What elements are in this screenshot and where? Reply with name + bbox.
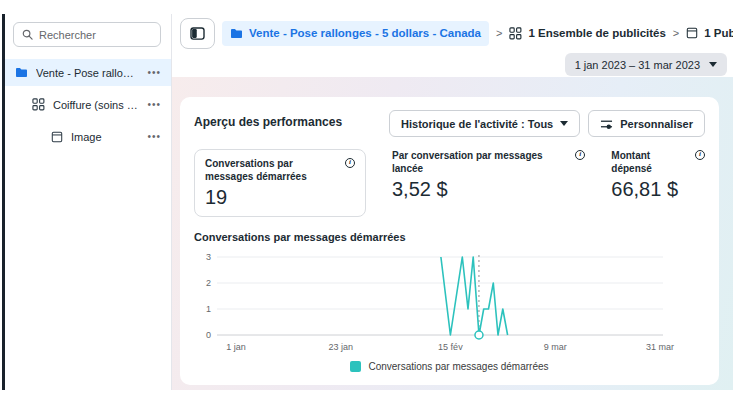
breadcrumb-toolbar: Vente - Pose rallonges - 5 dollars - Can… (172, 14, 733, 53)
performance-chart: 01231 jan23 jan15 fév9 mar31 mar (194, 247, 705, 359)
chart-container: 01231 jan23 jan15 fév9 mar31 mar (194, 247, 705, 359)
search-icon (22, 29, 33, 40)
info-icon[interactable]: i (575, 150, 585, 160)
chevron-down-icon (560, 121, 568, 126)
chart-title: Conversations par messages démarrées (194, 231, 705, 243)
content-area: Aperçu des performances Historique de l'… (172, 77, 733, 390)
campaign-sidebar: Vente - Pose rallonges - 5 d... ••• Coif… (5, 14, 172, 390)
folder-icon (15, 67, 28, 78)
customize-button[interactable]: Personnaliser (588, 110, 705, 137)
customize-label: Personnaliser (620, 118, 693, 130)
main-area: Vente - Pose rallonges - 5 dollars - Can… (172, 14, 733, 390)
metrics-row: Conversations par messages démarrées i 1… (194, 149, 705, 217)
svg-text:3: 3 (206, 252, 211, 262)
metric-value: 19 (205, 186, 355, 209)
metric-value: 3,52 $ (392, 178, 585, 201)
metric-conversations: Conversations par messages démarrées i 1… (194, 149, 366, 217)
breadcrumb-label: 1 Publicité (704, 27, 733, 39)
breadcrumb-separator: > (496, 27, 502, 39)
metric-cost-per-conversation: Par conversation par messages lancée i 3… (392, 149, 585, 201)
search-box[interactable] (13, 22, 161, 47)
svg-text:0: 0 (206, 330, 211, 340)
info-icon[interactable]: i (695, 150, 705, 160)
metric-value: 66,81 $ (611, 178, 705, 201)
item-menu-button[interactable]: ••• (147, 99, 161, 110)
performance-header: Aperçu des performances Historique de l'… (194, 110, 705, 137)
svg-text:15 fév: 15 fév (438, 342, 463, 352)
search-input[interactable] (39, 29, 152, 41)
folder-icon (230, 28, 243, 39)
customize-sliders-icon (600, 118, 613, 130)
sidebar-item-campaign[interactable]: Vente - Pose rallonges - 5 d... ••• (5, 59, 171, 86)
svg-text:1: 1 (206, 304, 211, 314)
breadcrumb-label: Vente - Pose rallonges - 5 dollars - Can… (249, 27, 481, 39)
sidebar-item-label: Image (71, 131, 102, 143)
ad-frame-icon (51, 131, 63, 143)
breadcrumb-label: 1 Ensemble de publicités (528, 27, 665, 39)
svg-text:31 mar: 31 mar (646, 342, 674, 352)
sidebar-item-ad[interactable]: Image ••• (5, 123, 171, 150)
info-icon[interactable]: i (345, 158, 355, 168)
svg-text:9 mar: 9 mar (544, 342, 567, 352)
item-menu-button[interactable]: ••• (147, 131, 161, 142)
adset-grid-icon (509, 27, 522, 40)
svg-text:23 jan: 23 jan (329, 342, 354, 352)
breadcrumb-adset[interactable]: 1 Ensemble de publicités (509, 27, 665, 40)
collapse-sidebar-button[interactable] (180, 18, 215, 49)
sidebar-item-adset[interactable]: Coiffure (soins capillaires) ••• (5, 91, 171, 118)
svg-text:1 jan: 1 jan (226, 342, 246, 352)
legend-swatch (350, 361, 361, 372)
chart-legend: Conversations par messages démarrées (194, 361, 705, 372)
activity-history-button[interactable]: Historique de l'activité : Tous (389, 110, 580, 137)
date-range-selector[interactable]: 1 jan 2023 – 31 mar 2023 (565, 53, 727, 76)
collapse-sidebar-icon (190, 27, 205, 40)
date-toolbar: 1 jan 2023 – 31 mar 2023 (172, 53, 733, 77)
activity-history-label: Historique de l'activité : Tous (401, 118, 553, 130)
metric-amount-spent: Montant dépensé i 66,81 $ (611, 149, 705, 201)
date-range-label: 1 jan 2023 – 31 mar 2023 (575, 59, 700, 71)
metric-label: Par conversation par messages lancée (392, 149, 571, 175)
chevron-down-icon (709, 62, 717, 67)
legend-label: Conversations par messages démarrées (368, 361, 548, 372)
metric-label: Montant dépensé (611, 149, 691, 175)
metric-label: Conversations par messages démarrées (205, 157, 341, 183)
performance-card: Aperçu des performances Historique de l'… (180, 97, 719, 385)
ad-frame-icon (686, 27, 698, 39)
sidebar-item-label: Coiffure (soins capillaires) (53, 99, 139, 111)
performance-title: Aperçu des performances (194, 110, 342, 129)
breadcrumb-campaign[interactable]: Vente - Pose rallonges - 5 dollars - Can… (222, 21, 489, 46)
sidebar-item-label: Vente - Pose rallonges - 5 d... (36, 67, 139, 79)
ads-manager-window: Vente - Pose rallonges - 5 d... ••• Coif… (2, 14, 733, 390)
svg-text:2: 2 (206, 278, 211, 288)
adset-grid-icon (32, 98, 45, 111)
breadcrumb-ad[interactable]: 1 Publicité (686, 27, 733, 39)
item-menu-button[interactable]: ••• (147, 67, 161, 78)
breadcrumb-separator: > (673, 27, 679, 39)
